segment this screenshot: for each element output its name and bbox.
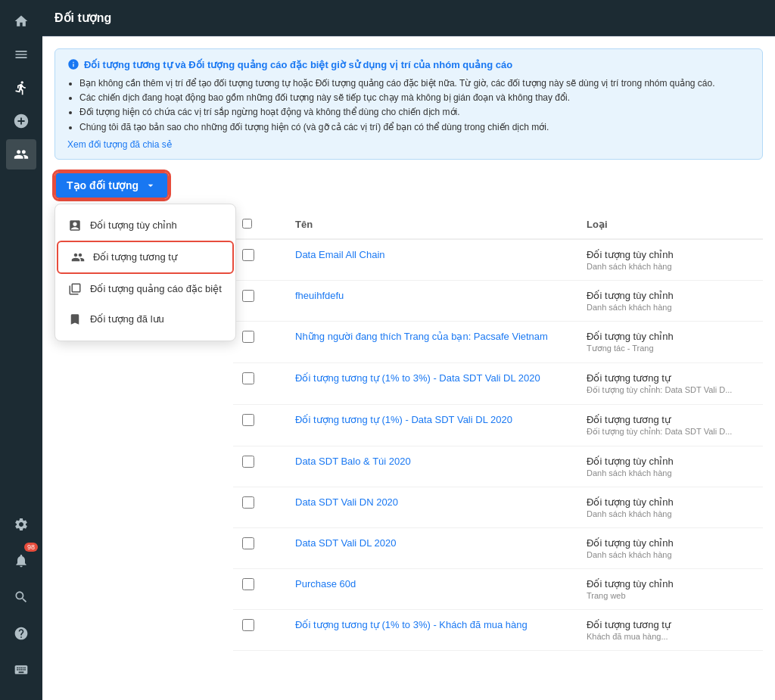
- topbar: Đối tượng: [42, 0, 775, 36]
- audience-name-link[interactable]: Đối tượng tương tự (1% to 3%) - Khách đã…: [295, 619, 528, 630]
- type-main: Đối tượng tùy chỉnh: [587, 578, 754, 590]
- row-checkbox[interactable]: [242, 290, 254, 302]
- info-icon: [67, 58, 79, 70]
- type-sub: Trang web: [587, 591, 754, 600]
- type-main: Đối tượng tùy chỉnh: [587, 496, 754, 508]
- select-all-checkbox[interactable]: [242, 219, 252, 229]
- audience-name-link[interactable]: Data Email All Chain: [295, 249, 385, 260]
- main-content: Đối tượng Đối tượng tương tự và Đối tượn…: [42, 0, 775, 700]
- row-type-cell: Đối tượng tùy chỉnh Danh sách khách hàng: [577, 239, 763, 281]
- table-header-type: Loại: [577, 211, 763, 239]
- row-checkbox[interactable]: [242, 331, 254, 343]
- type-sub: Danh sách khách hàng: [587, 262, 754, 271]
- sidebar-item-settings[interactable]: [6, 509, 36, 540]
- audience-name-link[interactable]: Đối tượng tương tự (1%) - Data SDT Vali …: [295, 414, 512, 425]
- audience-name-link[interactable]: Purchase 60d: [295, 578, 356, 590]
- table-row: Data SDT Vali DL 2020 Đối tượng tùy chỉn…: [233, 527, 763, 568]
- type-sub: Khách đã mua hàng...: [587, 632, 754, 641]
- sidebar-item-audiences[interactable]: [6, 139, 36, 170]
- type-sub: Đối tượng tùy chỉnh: Data SDT Vali D...: [587, 427, 754, 437]
- row-checkbox-cell[interactable]: [233, 446, 286, 487]
- type-sub: Danh sách khách hàng: [587, 303, 754, 312]
- create-dropdown-menu: Đối tượng tùy chỉnh Đối tượng tương tự Đ…: [54, 204, 236, 341]
- lookalike-icon: [70, 250, 86, 265]
- row-checkbox-cell[interactable]: [233, 239, 286, 281]
- banner-link[interactable]: Xem đối tượng đã chia sẻ: [67, 139, 172, 150]
- type-main: Đối tượng tùy chỉnh: [587, 456, 754, 467]
- sidebar-item-help[interactable]: [6, 618, 36, 649]
- audience-name-link[interactable]: fheuihfdefu: [295, 290, 344, 301]
- table-row: Đối tượng tương tự (1%) - Data SDT Vali …: [233, 404, 763, 446]
- row-checkbox-cell[interactable]: [233, 321, 286, 362]
- dropdown-item-lookalike[interactable]: Đối tượng tương tự: [58, 242, 232, 272]
- type-main: Đối tượng tùy chỉnh: [587, 331, 754, 342]
- row-name-cell: Data Email All Chain: [286, 239, 577, 281]
- dropdown-label-lookalike: Đối tượng tương tự: [93, 251, 177, 263]
- dropdown-item-custom[interactable]: Đối tượng tùy chỉnh: [55, 210, 235, 241]
- table-row: Data SDT Vali DN 2020 Đối tượng tùy chỉn…: [233, 487, 763, 527]
- banner-body: Bạn không cần thêm vị trí để tạo đối tượ…: [67, 76, 750, 135]
- row-type-cell: Đối tượng tương tự Khách đã mua hàng...: [577, 609, 763, 650]
- table-header-name: Tên: [286, 211, 577, 239]
- sidebar-item-menu[interactable]: [6, 39, 36, 70]
- row-checkbox[interactable]: [242, 456, 254, 468]
- audience-name-link[interactable]: Data SDT Balo & Túi 2020: [295, 456, 411, 467]
- row-checkbox[interactable]: [242, 414, 254, 426]
- sidebar-item-search[interactable]: [6, 582, 36, 612]
- dropdown-label-custom: Đối tượng tùy chỉnh: [90, 219, 177, 231]
- row-type-cell: Đối tượng tùy chỉnh Danh sách khách hàng: [577, 446, 763, 487]
- row-name-cell: Những người đang thích Trang của bạn: Pa…: [286, 321, 577, 362]
- type-sub: Tương tác - Trang: [587, 344, 754, 353]
- audience-name-link[interactable]: Đối tượng tương tự (1% to 3%) - Data SDT…: [295, 372, 540, 384]
- audience-name-link[interactable]: Data SDT Vali DL 2020: [295, 537, 396, 549]
- banner-title: Đối tượng tương tự và Đối tượng quảng cá…: [67, 58, 750, 70]
- row-checkbox[interactable]: [242, 372, 254, 384]
- table-row: Đối tượng tương tự (1% to 3%) - Data SDT…: [233, 362, 763, 404]
- dropdown-arrow-icon: [145, 179, 157, 191]
- audience-name-link[interactable]: Data SDT Vali DN 2020: [295, 496, 398, 508]
- audience-name-link[interactable]: Những người đang thích Trang của bạn: Pa…: [295, 331, 548, 342]
- audiences-table: Tên Loại Data Email All Chain Đối tượng …: [233, 211, 763, 651]
- dropdown-item-saved[interactable]: Đối tượng đã lưu: [55, 304, 235, 334]
- row-type-cell: Đối tượng tùy chỉnh Danh sách khách hàng: [577, 487, 763, 527]
- row-type-cell: Đối tượng tương tự Đối tượng tùy chỉnh: …: [577, 404, 763, 446]
- sidebar-item-keyboard[interactable]: [6, 655, 36, 685]
- create-area: Tạo đối tượng Đối tượng tùy chỉnh: [54, 172, 763, 199]
- row-checkbox[interactable]: [242, 249, 254, 261]
- dropdown-item-special[interactable]: Đối tượng quảng cáo đặc biệt: [55, 274, 235, 304]
- sidebar-item-add[interactable]: [6, 106, 36, 136]
- table-header-checkbox: [233, 211, 286, 239]
- row-checkbox-cell[interactable]: [233, 568, 286, 609]
- type-main: Đối tượng tùy chỉnh: [587, 290, 754, 301]
- table-panel: Tên Loại Data Email All Chain Đối tượng …: [233, 211, 763, 651]
- row-checkbox-cell[interactable]: [233, 280, 286, 321]
- type-sub: Đối tượng tùy chỉnh: Data SDT Vali D...: [587, 385, 754, 395]
- row-type-cell: Đối tượng tùy chỉnh Tương tác - Trang: [577, 321, 763, 362]
- table-row: Data Email All Chain Đối tượng tùy chỉnh…: [233, 239, 763, 281]
- row-name-cell: Đối tượng tương tự (1% to 3%) - Khách đã…: [286, 609, 577, 650]
- special-audience-icon: [67, 282, 82, 297]
- create-audience-button[interactable]: Tạo đối tượng: [54, 172, 169, 199]
- row-type-cell: Đối tượng tương tự Đối tượng tùy chỉnh: …: [577, 362, 763, 404]
- row-type-cell: Đối tượng tùy chỉnh Trang web: [577, 568, 763, 609]
- type-main: Đối tượng tùy chỉnh: [587, 249, 754, 260]
- row-name-cell: Purchase 60d: [286, 568, 577, 609]
- row-name-cell: Data SDT Vali DN 2020: [286, 487, 577, 527]
- sidebar-item-person[interactable]: [6, 73, 36, 103]
- table-row: Những người đang thích Trang của bạn: Pa…: [233, 321, 763, 362]
- row-name-cell: Data SDT Vali DL 2020: [286, 527, 577, 568]
- row-checkbox-cell[interactable]: [233, 609, 286, 650]
- row-checkbox[interactable]: [242, 537, 254, 549]
- row-checkbox-cell[interactable]: [233, 404, 286, 446]
- row-checkbox[interactable]: [242, 496, 254, 509]
- type-main: Đối tượng tương tự: [587, 414, 754, 425]
- row-checkbox-cell[interactable]: [233, 487, 286, 527]
- sidebar-item-home[interactable]: [6, 6, 36, 36]
- sidebar-item-notifications[interactable]: 98: [6, 546, 36, 576]
- row-checkbox[interactable]: [242, 578, 254, 590]
- row-checkbox-cell[interactable]: [233, 362, 286, 404]
- page-title: Đối tượng: [54, 11, 111, 25]
- row-checkbox-cell[interactable]: [233, 527, 286, 568]
- notification-count: 98: [24, 543, 38, 552]
- row-checkbox[interactable]: [242, 619, 254, 631]
